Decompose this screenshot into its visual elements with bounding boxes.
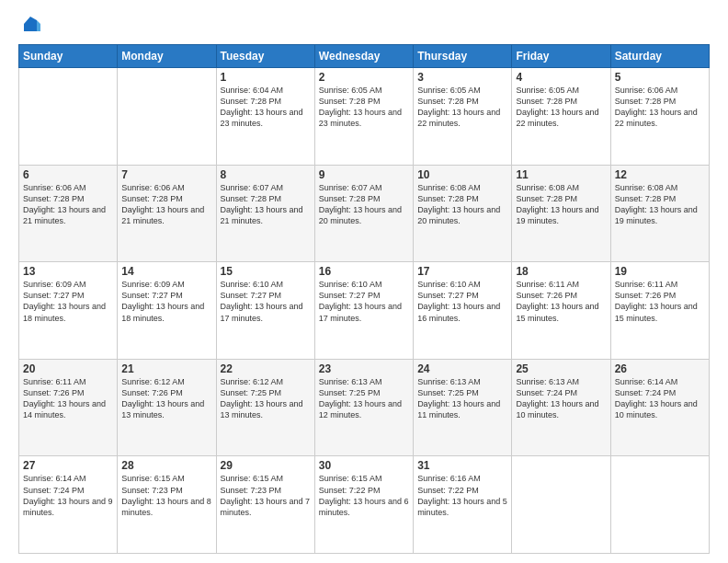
svg-marker-0 (24, 17, 37, 31)
day-cell: 13Sunrise: 6:09 AM Sunset: 7:27 PM Dayli… (19, 262, 118, 360)
logo (18, 15, 40, 35)
day-info: Sunrise: 6:08 AM Sunset: 7:28 PM Dayligh… (615, 182, 705, 227)
day-info: Sunrise: 6:06 AM Sunset: 7:28 PM Dayligh… (23, 182, 113, 227)
weekday-header-row: SundayMondayTuesdayWednesdayThursdayFrid… (19, 45, 710, 68)
day-number: 13 (23, 265, 113, 278)
day-number: 1 (221, 71, 311, 84)
day-cell: 5Sunrise: 6:06 AM Sunset: 7:28 PM Daylig… (610, 68, 709, 166)
day-info: Sunrise: 6:08 AM Sunset: 7:28 PM Dayligh… (417, 182, 507, 227)
day-number: 3 (417, 71, 507, 84)
week-row-4: 20Sunrise: 6:11 AM Sunset: 7:26 PM Dayli… (19, 359, 710, 456)
day-number: 4 (516, 71, 606, 84)
day-number: 8 (221, 168, 311, 181)
day-cell: 8Sunrise: 6:07 AM Sunset: 7:28 PM Daylig… (216, 165, 314, 262)
day-cell: 1Sunrise: 6:04 AM Sunset: 7:28 PM Daylig… (216, 68, 314, 166)
day-info: Sunrise: 6:10 AM Sunset: 7:27 PM Dayligh… (221, 279, 311, 324)
weekday-thursday: Thursday (414, 45, 512, 68)
day-cell: 30Sunrise: 6:15 AM Sunset: 7:22 PM Dayli… (314, 456, 413, 554)
day-number: 27 (23, 459, 113, 472)
weekday-wednesday: Wednesday (314, 45, 413, 68)
week-row-1: 1Sunrise: 6:04 AM Sunset: 7:28 PM Daylig… (19, 68, 710, 166)
day-cell: 10Sunrise: 6:08 AM Sunset: 7:28 PM Dayli… (414, 165, 512, 262)
week-row-5: 27Sunrise: 6:14 AM Sunset: 7:24 PM Dayli… (19, 456, 710, 554)
day-info: Sunrise: 6:13 AM Sunset: 7:25 PM Dayligh… (417, 376, 507, 421)
day-info: Sunrise: 6:09 AM Sunset: 7:27 PM Dayligh… (23, 279, 113, 324)
day-info: Sunrise: 6:12 AM Sunset: 7:26 PM Dayligh… (121, 376, 211, 421)
calendar-table: SundayMondayTuesdayWednesdayThursdayFrid… (18, 44, 710, 554)
page: SundayMondayTuesdayWednesdayThursdayFrid… (0, 0, 728, 563)
day-number: 17 (417, 265, 507, 278)
day-cell: 7Sunrise: 6:06 AM Sunset: 7:28 PM Daylig… (118, 165, 216, 262)
day-cell: 12Sunrise: 6:08 AM Sunset: 7:28 PM Dayli… (610, 165, 709, 262)
day-number: 29 (221, 459, 311, 472)
day-info: Sunrise: 6:10 AM Sunset: 7:27 PM Dayligh… (319, 279, 409, 324)
day-info: Sunrise: 6:06 AM Sunset: 7:28 PM Dayligh… (615, 85, 705, 130)
day-number: 12 (615, 168, 705, 181)
day-number: 11 (516, 168, 606, 181)
day-number: 6 (23, 168, 113, 181)
day-cell (19, 68, 118, 166)
day-info: Sunrise: 6:05 AM Sunset: 7:28 PM Dayligh… (319, 85, 409, 130)
day-info: Sunrise: 6:05 AM Sunset: 7:28 PM Dayligh… (516, 85, 606, 130)
day-cell: 29Sunrise: 6:15 AM Sunset: 7:23 PM Dayli… (216, 456, 314, 554)
day-info: Sunrise: 6:16 AM Sunset: 7:22 PM Dayligh… (417, 473, 507, 518)
day-number: 7 (121, 168, 211, 181)
day-info: Sunrise: 6:15 AM Sunset: 7:23 PM Dayligh… (121, 473, 211, 518)
day-number: 14 (121, 265, 211, 278)
day-info: Sunrise: 6:15 AM Sunset: 7:23 PM Dayligh… (221, 473, 311, 518)
day-cell (512, 456, 610, 554)
day-info: Sunrise: 6:11 AM Sunset: 7:26 PM Dayligh… (516, 279, 606, 324)
day-info: Sunrise: 6:12 AM Sunset: 7:25 PM Dayligh… (221, 376, 311, 421)
day-info: Sunrise: 6:15 AM Sunset: 7:22 PM Dayligh… (319, 473, 409, 518)
day-cell: 24Sunrise: 6:13 AM Sunset: 7:25 PM Dayli… (414, 359, 512, 456)
day-number: 21 (121, 362, 211, 375)
day-cell: 28Sunrise: 6:15 AM Sunset: 7:23 PM Dayli… (118, 456, 216, 554)
day-cell: 20Sunrise: 6:11 AM Sunset: 7:26 PM Dayli… (19, 359, 118, 456)
day-cell: 2Sunrise: 6:05 AM Sunset: 7:28 PM Daylig… (314, 68, 413, 166)
logo-icon (20, 15, 40, 35)
day-cell: 21Sunrise: 6:12 AM Sunset: 7:26 PM Dayli… (118, 359, 216, 456)
day-cell: 17Sunrise: 6:10 AM Sunset: 7:27 PM Dayli… (414, 262, 512, 360)
day-cell: 16Sunrise: 6:10 AM Sunset: 7:27 PM Dayli… (314, 262, 413, 360)
weekday-sunday: Sunday (19, 45, 118, 68)
day-info: Sunrise: 6:04 AM Sunset: 7:28 PM Dayligh… (221, 85, 311, 130)
day-info: Sunrise: 6:07 AM Sunset: 7:28 PM Dayligh… (221, 182, 311, 227)
weekday-monday: Monday (118, 45, 216, 68)
day-cell: 15Sunrise: 6:10 AM Sunset: 7:27 PM Dayli… (216, 262, 314, 360)
weekday-saturday: Saturday (610, 45, 709, 68)
header (18, 15, 710, 35)
day-number: 10 (417, 168, 507, 181)
day-cell: 6Sunrise: 6:06 AM Sunset: 7:28 PM Daylig… (19, 165, 118, 262)
day-cell: 14Sunrise: 6:09 AM Sunset: 7:27 PM Dayli… (118, 262, 216, 360)
day-number: 31 (417, 459, 507, 472)
day-number: 24 (417, 362, 507, 375)
svg-marker-1 (37, 20, 40, 31)
day-info: Sunrise: 6:05 AM Sunset: 7:28 PM Dayligh… (417, 85, 507, 130)
weekday-friday: Friday (512, 45, 610, 68)
day-info: Sunrise: 6:13 AM Sunset: 7:25 PM Dayligh… (319, 376, 409, 421)
day-cell: 25Sunrise: 6:13 AM Sunset: 7:24 PM Dayli… (512, 359, 610, 456)
day-info: Sunrise: 6:11 AM Sunset: 7:26 PM Dayligh… (615, 279, 705, 324)
day-info: Sunrise: 6:14 AM Sunset: 7:24 PM Dayligh… (23, 473, 113, 518)
day-info: Sunrise: 6:08 AM Sunset: 7:28 PM Dayligh… (516, 182, 606, 227)
day-info: Sunrise: 6:13 AM Sunset: 7:24 PM Dayligh… (516, 376, 606, 421)
day-cell: 18Sunrise: 6:11 AM Sunset: 7:26 PM Dayli… (512, 262, 610, 360)
day-number: 20 (23, 362, 113, 375)
day-number: 22 (221, 362, 311, 375)
day-number: 5 (615, 71, 705, 84)
day-number: 19 (615, 265, 705, 278)
day-info: Sunrise: 6:06 AM Sunset: 7:28 PM Dayligh… (121, 182, 211, 227)
day-info: Sunrise: 6:10 AM Sunset: 7:27 PM Dayligh… (417, 279, 507, 324)
day-number: 28 (121, 459, 211, 472)
day-number: 15 (221, 265, 311, 278)
day-cell (610, 456, 709, 554)
day-number: 25 (516, 362, 606, 375)
day-number: 16 (319, 265, 409, 278)
day-number: 23 (319, 362, 409, 375)
day-cell: 22Sunrise: 6:12 AM Sunset: 7:25 PM Dayli… (216, 359, 314, 456)
day-cell: 3Sunrise: 6:05 AM Sunset: 7:28 PM Daylig… (414, 68, 512, 166)
day-number: 2 (319, 71, 409, 84)
day-info: Sunrise: 6:09 AM Sunset: 7:27 PM Dayligh… (121, 279, 211, 324)
day-cell: 19Sunrise: 6:11 AM Sunset: 7:26 PM Dayli… (610, 262, 709, 360)
week-row-3: 13Sunrise: 6:09 AM Sunset: 7:27 PM Dayli… (19, 262, 710, 360)
